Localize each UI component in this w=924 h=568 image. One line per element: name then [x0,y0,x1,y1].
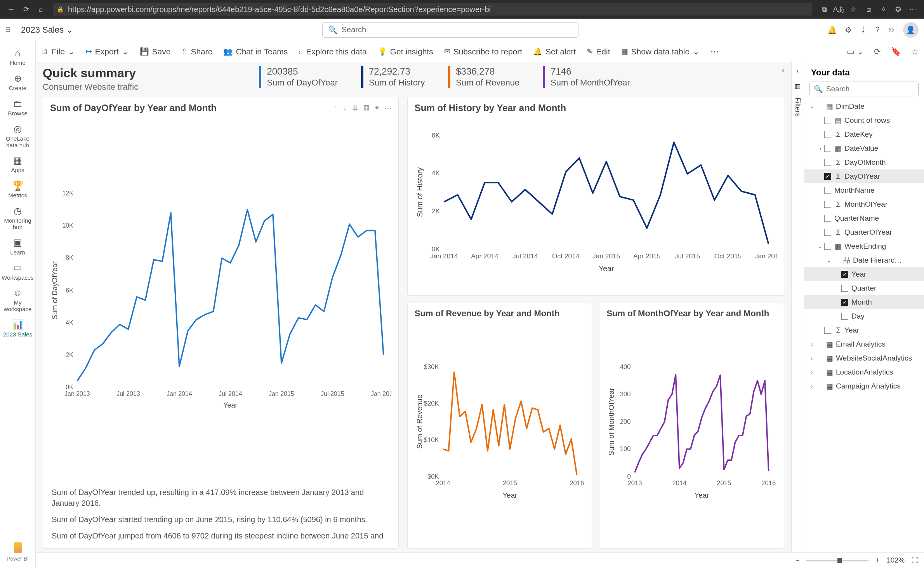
checkbox[interactable] [824,145,831,152]
field-row[interactable]: ΣYear [804,323,924,337]
filters-rail[interactable]: ‹ ▥ Filters [791,62,804,552]
checkbox[interactable] [824,243,831,250]
chart-card-dayofyear[interactable]: Sum of DayOfYear by Year and Month ↑ ↓ ⇊… [43,97,399,549]
chat-teams-button[interactable]: 👥Chat in Teams [223,47,288,56]
nav-item-onelake-data-hub[interactable]: ◎OneLake data hub [0,120,35,152]
field-row[interactable]: ›▦WebsiteSocialAnalytics [804,351,924,365]
drillup-icon[interactable]: ↑ [334,104,338,112]
twisty-icon[interactable]: › [808,341,816,347]
chart-card-monthofyear[interactable]: Sum of MonthOfYear by Year and Month 010… [599,303,784,549]
avatar[interactable]: 👤 [903,22,919,38]
checkbox[interactable] [824,159,831,166]
field-row[interactable]: ⌄▦DimDate [804,99,924,113]
field-row[interactable]: ✓ΣDayOfYear [804,169,924,183]
field-row[interactable]: ⌄品Date Hierarc… [804,253,924,267]
field-row[interactable]: ✓Year [804,267,924,281]
refresh-button[interactable]: ⟳ [874,47,881,56]
field-row[interactable]: ΣQuarterOfYear [804,225,924,239]
field-row[interactable]: ▤Count of rows [804,113,924,127]
datatable-button[interactable]: ▦Show data table ⌄ [621,47,700,56]
checkbox[interactable] [824,187,831,194]
twisty-icon[interactable]: ⌄ [816,243,824,249]
twisty-icon[interactable]: ⌄ [825,257,833,263]
alert-button[interactable]: 🔔Set alert [533,47,576,56]
zoom-slider[interactable] [806,560,868,561]
checkbox[interactable]: ✓ [841,271,848,278]
back-icon[interactable]: ← [5,3,18,16]
checkbox[interactable] [824,327,831,334]
chart-icon[interactable]: ▥ [795,82,801,90]
field-row[interactable]: ⌄▦WeekEnding [804,239,924,253]
nav-item-learn[interactable]: ▣Learn [0,233,35,259]
subscribe-button[interactable]: ✉Subscribe to report [444,47,522,56]
bookmark-button[interactable]: 🔖 [891,47,901,56]
checkbox[interactable] [824,215,831,222]
more-icon[interactable]: ⋯ [384,104,391,112]
nav-item-home[interactable]: ⌂Home [0,44,35,70]
collections-icon[interactable]: ✧ [877,3,890,16]
checkbox[interactable] [841,285,848,292]
checkbox[interactable]: ✓ [841,299,848,306]
nav-item-browse[interactable]: 🗀Browse [0,95,35,120]
checkbox[interactable]: ✓ [824,173,831,180]
collapse-icon[interactable]: ‹ [797,68,799,75]
expand-icon[interactable]: ⇊ [352,104,358,112]
edit-button[interactable]: ✎Edit [587,47,610,56]
address-bar[interactable]: 🔒 https://app.powerbi.com/groups/me/repo… [53,3,812,16]
field-row[interactable]: Quarter [804,281,924,295]
refresh-icon[interactable]: ⟳ [19,3,33,16]
app-launcher-icon[interactable]: ⠿ [5,26,16,34]
field-row[interactable]: ΣDayOfMonth [804,155,924,169]
field-row[interactable]: ›▦Email Analytics [804,337,924,351]
field-row[interactable]: ✓Month [804,295,924,309]
data-search[interactable]: 🔍 Search [809,82,919,96]
settings-icon[interactable]: ⚙ [845,25,852,35]
global-search[interactable]: 🔍 Search [322,22,578,38]
twisty-icon[interactable]: › [808,369,816,375]
report-name[interactable]: 2023 Sales ⌄ [21,25,73,35]
overflow-button[interactable]: ⋯ [710,47,719,56]
twisty-icon[interactable]: ⌄ [808,103,816,110]
nav-item-2023-sales[interactable]: 📊2023 Sales [0,315,35,341]
field-row[interactable]: ›▦LocationAnalytics [804,365,924,379]
twisty-icon[interactable]: › [808,383,816,389]
chart-card-history[interactable]: Sum of History by Year and Month 0K2K4K6… [407,97,784,296]
twisty-icon[interactable]: › [808,355,816,361]
nav-item-apps[interactable]: ▦Apps [0,152,35,177]
feedback-icon[interactable]: ☺ [888,25,895,34]
fit-page-button[interactable]: ⛶ [912,556,919,565]
reading-icon[interactable]: Aあ [832,3,846,16]
checkbox[interactable] [824,229,831,236]
nav-item-workspaces[interactable]: ▭Workspaces [0,259,35,284]
help-icon[interactable]: ? [875,25,879,34]
insights-button[interactable]: 💡Get insights [378,47,433,56]
extensions-icon[interactable]: ✪ [891,3,905,16]
download-icon[interactable]: ⭳ [860,25,867,34]
nav-item-metrics[interactable]: 🏆Metrics [0,177,35,202]
brush-icon[interactable]: ⌖ [375,104,379,112]
file-button[interactable]: 🗎File ⌄ [41,47,75,56]
nav-item-my-workspace[interactable]: ☺My workspace [0,284,35,315]
checkbox[interactable] [824,201,831,208]
drilldown-icon[interactable]: ↓ [343,104,347,112]
field-row[interactable]: ›▦Campaign Analytics [804,379,924,393]
collapse-icon[interactable]: ‹ [782,66,784,74]
hierarchy-icon[interactable]: ⚃ [363,104,370,112]
field-row[interactable]: ›▦DateValue [804,141,924,155]
notifications-icon[interactable]: 🔔 [827,25,837,35]
checkbox[interactable] [824,131,831,138]
more-icon[interactable]: ⋯ [906,3,919,16]
checkbox[interactable] [824,117,831,124]
field-row[interactable]: QuarterName [804,211,924,225]
chart-card-revenue[interactable]: Sum of Revenue by Year and Month $0K$10K… [407,303,592,549]
home-icon[interactable]: ⌂ [34,3,47,16]
view-mode-button[interactable]: ▭ ⌄ [847,47,864,56]
explore-button[interactable]: ⌕Explore this data [299,47,366,56]
zoom-out-button[interactable]: − [795,556,800,565]
field-row[interactable]: Day [804,309,924,323]
export-button[interactable]: ↦Export ⌄ [86,47,129,56]
app-icon[interactable]: ⧉ [818,3,831,16]
nav-item-monitoring-hub[interactable]: ◷Monitoring hub [0,202,35,233]
checkbox[interactable] [841,313,848,320]
save-button[interactable]: 💾Save [140,47,171,56]
